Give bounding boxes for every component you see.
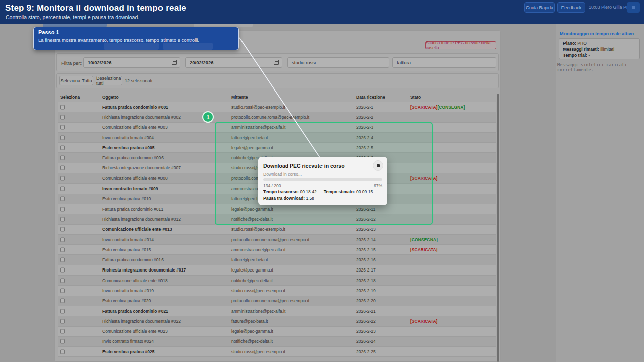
table-row[interactable]: Fattura pratica condominio #016 fatture@…: [58, 255, 496, 265]
row-checkbox[interactable]: [60, 207, 65, 211]
settings-button[interactable]: [627, 2, 640, 13]
col-data-ricezione: Data ricezione: [356, 95, 385, 100]
row-date: 2026-2-16: [356, 257, 376, 262]
row-status: [CONSEGNA]: [410, 237, 438, 242]
row-checkbox[interactable]: [60, 278, 65, 283]
date-to-input[interactable]: 20/02/2026: [185, 57, 282, 68]
table-row[interactable]: Comunicazione ufficiale ente #013 studio…: [58, 225, 496, 235]
table-row[interactable]: Fattura pratica condominio #001 studio.r…: [58, 102, 496, 112]
stop-download-button[interactable]: [373, 160, 383, 171]
row-date: 2026-2-1: [356, 105, 373, 110]
row-checkbox[interactable]: [60, 349, 65, 354]
table-row[interactable]: Comunicazione ufficiale ente #023 legale…: [58, 327, 496, 337]
row-date: 2026-2-20: [356, 298, 376, 303]
tutorial-banner-subtitle: Controlla stato, percentuale, tempi e pa…: [6, 14, 139, 20]
download-all-button[interactable]: Scarica tutte le PEC ricevute nella case…: [425, 41, 496, 49]
table-row[interactable]: Richiesta integrazione documentale #002 …: [58, 112, 496, 122]
row-checkbox[interactable]: [60, 135, 65, 140]
row-date: 2026-2-2: [356, 115, 373, 120]
table-row[interactable]: Esito verifica pratica #025 studio.rossi…: [58, 347, 496, 357]
row-subject: Invio contratto firmato #004: [102, 135, 154, 140]
table-row[interactable]: Esito verifica pratica #015 amministrazi…: [58, 245, 496, 255]
row-subject: Esito verifica pratica #010: [102, 196, 151, 201]
row-checkbox[interactable]: [60, 247, 65, 252]
row-subject: Comunicazione ufficiale ente #013: [102, 227, 172, 232]
row-checkbox[interactable]: [60, 288, 65, 293]
row-checkbox[interactable]: [60, 227, 65, 232]
feedback-button[interactable]: Feedback: [557, 2, 585, 13]
row-checkbox[interactable]: [60, 299, 65, 303]
calendar-icon[interactable]: [172, 60, 177, 65]
row-subject: Invio contratto firmato #024: [102, 339, 154, 344]
row-date: 2026-2-24: [356, 339, 376, 344]
row-sender: amministrazione@pec-alfa.it: [231, 247, 285, 252]
row-subject: Richiesta integrazione documentale #012: [102, 217, 181, 222]
tooltip-step-text: La finestra mostra avanzamento, tempo tr…: [38, 37, 199, 43]
row-date: 2026-2-18: [356, 278, 376, 283]
row-checkbox[interactable]: [60, 319, 65, 323]
table-row[interactable]: Richiesta integrazione documentale #017 …: [58, 265, 496, 276]
gear-icon: [632, 6, 635, 9]
row-checkbox[interactable]: [60, 105, 65, 109]
row-checkbox[interactable]: [60, 339, 65, 344]
row-checkbox[interactable]: [60, 268, 65, 273]
row-checkbox[interactable]: [60, 166, 65, 170]
row-checkbox[interactable]: [60, 156, 65, 160]
row-sender: protocollo.comune.roma@pec-esempio.it: [231, 237, 309, 242]
row-checkbox[interactable]: [60, 217, 65, 221]
row-subject: Esito verifica pratica #015: [102, 247, 151, 252]
table-row[interactable]: Invio contratto firmato #019 studio.ross…: [58, 286, 496, 296]
row-sender: studio.rossi@pec-esempio.it: [231, 227, 285, 232]
col-mittente: Mittente: [231, 95, 248, 100]
monitoring-status-link[interactable]: Monitoraggio in tempo reale attivo: [560, 31, 634, 36]
row-subject: Comunicazione ufficiale ente #023: [102, 329, 168, 334]
row-checkbox[interactable]: [60, 125, 65, 130]
row-checkbox[interactable]: [60, 329, 65, 334]
status-badge: [SCARICATA]: [410, 247, 437, 252]
row-checkbox[interactable]: [60, 237, 65, 242]
row-checkbox[interactable]: [60, 197, 65, 201]
row-sender: studio.rossi@pec-esempio.it: [231, 288, 285, 293]
sender-filter-input[interactable]: studio.rossi: [287, 57, 389, 68]
status-badge: [CONSEGNA]: [437, 105, 465, 110]
ghost-button: [104, 43, 159, 50]
select-all-button[interactable]: Seleziona Tutto: [59, 76, 93, 85]
row-checkbox[interactable]: [60, 187, 65, 191]
table-row[interactable]: Invio contratto firmato #014 protocollo.…: [58, 235, 496, 245]
row-status: [SCARICATA]: [410, 319, 437, 324]
row-checkbox[interactable]: [60, 258, 65, 262]
row-checkbox[interactable]: [60, 309, 65, 313]
date-from-input[interactable]: 10/02/2026: [83, 57, 180, 68]
row-status: [SCARICATA]: [410, 247, 437, 252]
download-progress-modal: Download PEC ricevute in corso Download …: [258, 157, 387, 205]
sender-filter-value: studio.rossi: [292, 60, 316, 65]
table-row[interactable]: Invio contratto firmato #024 notifiche@p…: [58, 337, 496, 347]
row-sender: fatture@pec-beta.it: [231, 257, 268, 262]
deselect-all-button[interactable]: Deseleziona tutti: [96, 76, 122, 85]
guide-button[interactable]: Guida Rapida: [524, 2, 555, 13]
row-checkbox[interactable]: [60, 115, 65, 119]
row-sender: protocollo.comune.roma@pec-esempio.it: [231, 115, 309, 120]
table-row[interactable]: Richiesta integrazione documentale #022 …: [58, 316, 496, 326]
row-checkbox[interactable]: [60, 176, 65, 180]
stop-icon: [377, 164, 380, 167]
plan-line: Piano: PRO: [563, 41, 587, 46]
row-checkbox[interactable]: [60, 145, 65, 150]
table-scrollbar[interactable]: [497, 94, 499, 362]
row-subject: Invio contratto firmato #019: [102, 288, 154, 293]
modal-title: Download PEC ricevute in corso: [263, 163, 345, 169]
row-sender: protocollo.comune.roma@pec-esempio.it: [231, 298, 309, 303]
row-sender: notifiche@pec-delta.it: [231, 278, 273, 283]
row-date: 2026-2-23: [356, 329, 376, 334]
table-row[interactable]: Comunicazione ufficiale ente #018 notifi…: [58, 276, 496, 286]
subject-filter-input[interactable]: fattura: [392, 57, 496, 68]
table-row[interactable]: Esito verifica pratica #020 protocollo.c…: [58, 296, 496, 306]
row-date: 2026-2-25: [356, 349, 376, 354]
row-date: 2026-2-13: [356, 227, 376, 232]
calendar-icon[interactable]: [274, 60, 279, 65]
row-subject: Richiesta integrazione documentale #002: [102, 115, 181, 120]
table-row[interactable]: Fattura pratica condominio #021 amminist…: [58, 306, 496, 316]
download-pause: Pausa tra download: 1.5s: [263, 196, 314, 201]
tutorial-tooltip: Passo 1 La finestra mostra avanzamento, …: [33, 27, 239, 50]
row-subject: Invio contratto firmato #014: [102, 237, 154, 242]
